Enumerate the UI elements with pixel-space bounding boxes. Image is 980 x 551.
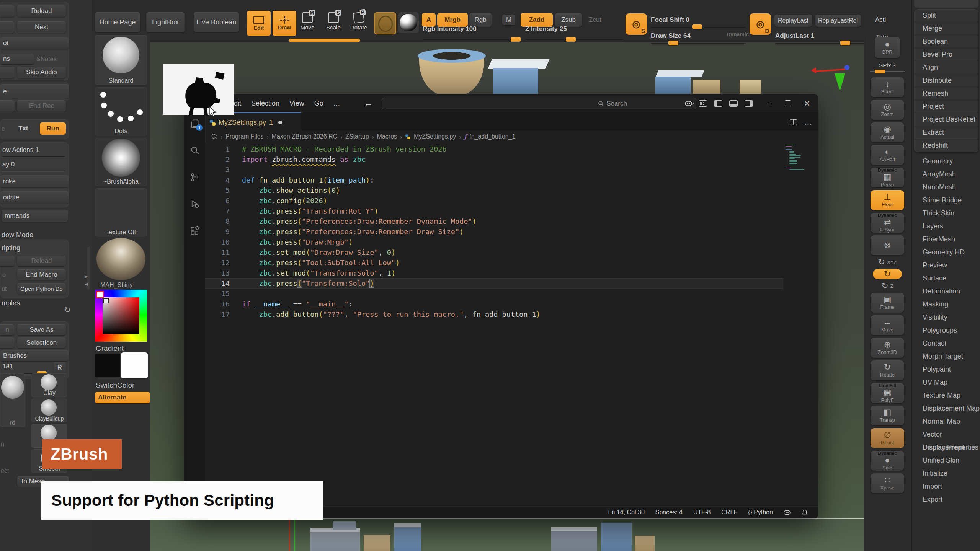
panel-stub-button[interactable] <box>914 0 978 8</box>
color-picker-inner-cursor[interactable] <box>103 298 109 303</box>
code-line-13[interactable]: 13 zbc.set_mod("Transform:Solo", 1) <box>205 268 783 278</box>
status-indentation[interactable]: Spaces: 4 <box>655 509 683 516</box>
shelf-button[interactable]: ↻ <box>873 269 902 279</box>
code-line-9[interactable]: 9 zbc.press("Preferences:Draw:Remember D… <box>205 227 783 237</box>
code-line-11[interactable]: 11 zbc.set_mod("Draw:Draw Size", 0) <box>205 247 783 258</box>
shelf-button[interactable]: ⊕ Zoom3D <box>871 338 904 358</box>
shelf-button[interactable]: ↻ XYZ <box>871 258 904 266</box>
code-line-6[interactable]: 6 zbc.config(2026) <box>205 196 783 206</box>
slider-handle[interactable] <box>668 41 678 45</box>
color-picker-outer-cursor[interactable] <box>96 291 104 298</box>
minimize-button[interactable]: – <box>762 99 776 108</box>
modified-dot-icon[interactable] <box>278 121 282 124</box>
maximize-button[interactable] <box>785 100 791 106</box>
subpalette-row[interactable]: Geometry <box>912 155 980 168</box>
gizmo-y-arrow[interactable] <box>835 73 845 91</box>
tray-e-button[interactable]: e <box>0 84 69 99</box>
breadcrumb[interactable]: C: › Program Files › Maxon ZBrush 2026 R… <box>205 131 818 142</box>
end-macro-button[interactable]: End Macro <box>17 269 66 280</box>
shelf-button[interactable]: ⊗ <box>871 235 904 255</box>
panel-action-row[interactable]: Extract <box>914 126 978 139</box>
save-as-button[interactable]: Save As <box>17 324 66 335</box>
notifications-bell-icon[interactable] <box>802 509 808 516</box>
subpalette-row[interactable]: Vector Displacement <box>912 428 980 441</box>
draw-size-slider[interactable]: Draw Size 64 <box>651 32 691 40</box>
subpalette-row[interactable]: Normal Map <box>912 415 980 428</box>
rgb-toggle[interactable]: Rgb <box>469 13 492 27</box>
vscode-titlebar[interactable]: File Edit Selection View Go … ← → Search… <box>184 94 818 112</box>
end-rec-button[interactable]: End Rec <box>17 100 66 112</box>
stroke-button[interactable]: roke <box>0 175 69 187</box>
extensions-icon[interactable] <box>189 226 200 236</box>
code-line-12[interactable]: 12 zbc.press("Tool:SubTool:All Low") <box>205 258 783 268</box>
current-material-button[interactable] <box>398 12 419 33</box>
replay-last-rel-button[interactable]: ReplayLastRel <box>815 15 861 27</box>
tray-stub-button[interactable] <box>0 256 15 266</box>
delay-slider[interactable]: ay 0 <box>2 161 15 168</box>
script-reload-button[interactable]: Reload <box>17 256 66 266</box>
show-actions-slider[interactable]: ow Actions 1 <box>2 146 39 154</box>
subpalette-row[interactable]: UV Map <box>912 376 980 389</box>
slider-track[interactable] <box>2 171 65 171</box>
r-button[interactable]: R <box>54 362 66 373</box>
slider-handle[interactable] <box>692 24 702 29</box>
tool-material-sphere[interactable] <box>96 238 145 280</box>
next-button[interactable]: Next <box>17 21 66 33</box>
select-icon-button[interactable]: SelectIcon <box>17 337 66 348</box>
code-line-14[interactable]: 14 zbc.press("Transform:Solo") <box>205 278 783 289</box>
shelf-button[interactable]: ↻ Z <box>871 282 904 290</box>
menu-view[interactable]: View <box>284 97 309 110</box>
brush-thumb-large[interactable]: rd <box>0 373 25 427</box>
toggle-sidebar-icon[interactable] <box>714 100 722 107</box>
toggle-panel-icon[interactable] <box>729 100 738 107</box>
secondary-color-swatch[interactable] <box>121 352 148 378</box>
shelf-button[interactable]: ◎ Zoom <box>871 100 904 120</box>
run-debug-icon[interactable] <box>189 199 200 209</box>
close-button[interactable]: × <box>799 98 818 109</box>
subpalette-row[interactable]: Display Properties <box>912 441 980 454</box>
gradient-label[interactable]: Gradient <box>96 344 124 353</box>
code-line-16[interactable]: 16if __name__ == "__main__": <box>205 299 783 309</box>
adjust-last-slider[interactable]: AdjustLast 1 <box>775 32 814 40</box>
dynamic-label[interactable]: Dynamic <box>727 31 749 37</box>
tray-stub-button[interactable] <box>0 21 15 33</box>
status-encoding[interactable]: UTF-8 <box>693 509 710 516</box>
customize-layout-icon[interactable] <box>699 100 707 107</box>
brush-thumb-claybuildup[interactable]: ClayBuildup <box>31 399 67 422</box>
subpalette-row[interactable]: Preview <box>912 259 980 272</box>
refresh-icon[interactable]: ↻ <box>64 305 71 315</box>
panel-action-row[interactable]: Project BasRelief <box>914 113 978 126</box>
subpalette-row[interactable]: Import <box>912 480 980 493</box>
slider-track[interactable] <box>2 156 65 157</box>
panel-action-row[interactable]: Bevel Pro <box>914 48 978 61</box>
menu-selection[interactable]: Selection <box>246 97 284 110</box>
shelf-button[interactable]: Line Fill ▦ PolyF <box>871 383 904 403</box>
focal-shift-slider[interactable]: Focal Shift 0 <box>651 16 689 24</box>
slider-track[interactable] <box>775 43 877 44</box>
tray-collapse-arrow[interactable]: ◀ <box>85 282 88 287</box>
crumb-macros[interactable]: Macros <box>377 133 397 140</box>
ns-button[interactable]: ns <box>0 54 34 64</box>
subpalette-row[interactable]: Displacement Map <box>912 402 980 415</box>
main-color-swatch[interactable] <box>95 354 120 377</box>
copilot-icon[interactable] <box>684 100 694 107</box>
open-python-doc-button[interactable]: Open Python Do <box>17 283 66 294</box>
shelf-button[interactable]: ● BPR <box>875 37 900 58</box>
alternate-button[interactable]: Alternate <box>95 392 150 403</box>
shelf-button[interactable]: Dynamic ▦ Persp <box>871 168 904 187</box>
crumb-drive[interactable]: C: <box>211 133 217 140</box>
crumb-zstartup[interactable]: ZStartup <box>345 133 369 140</box>
run-button[interactable]: Run <box>40 122 66 135</box>
code-line-5[interactable]: 5 zbc.show_actions(0) <box>205 185 783 196</box>
slider-handle[interactable] <box>511 37 521 42</box>
draw-button[interactable]: Draw <box>273 11 296 36</box>
menu-more[interactable]: … <box>328 97 345 110</box>
subpalette-row[interactable]: FiberMesh <box>912 233 980 246</box>
tray-stub-button[interactable] <box>0 100 15 112</box>
update-button[interactable]: odate <box>0 191 69 204</box>
code-line-1[interactable]: 1# ZBRUSH MACRO - Recorded in ZBrush ver… <box>205 144 783 154</box>
live-boolean-button[interactable]: Live Boolean <box>194 12 239 32</box>
subpalette-row[interactable]: Morph Target <box>912 350 980 363</box>
subpalette-row[interactable]: Deformation <box>912 285 980 298</box>
source-control-icon[interactable] <box>189 172 200 183</box>
